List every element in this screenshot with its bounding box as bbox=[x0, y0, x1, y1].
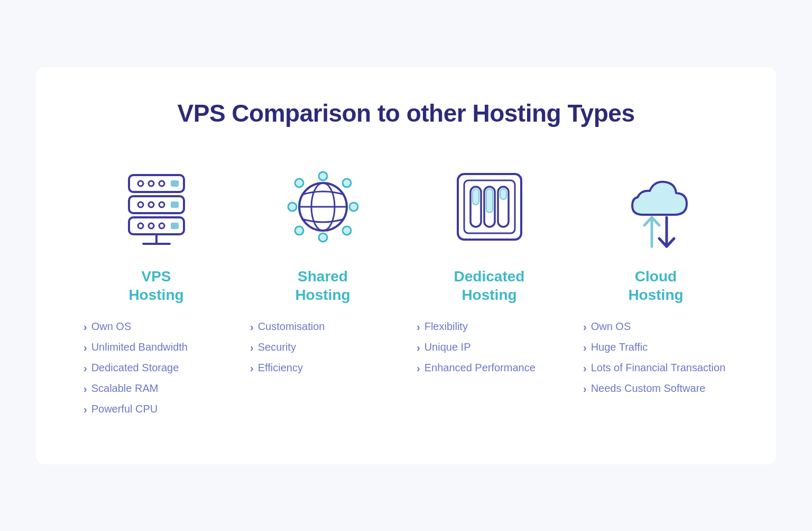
list-item: ›Dedicated Storage bbox=[84, 360, 234, 376]
list-item: ›Efficiency bbox=[250, 360, 401, 376]
svg-point-13 bbox=[138, 223, 143, 228]
list-item: ›Unique IP bbox=[417, 340, 567, 355]
list-item: ›Lots of Financial Transaction bbox=[583, 360, 734, 376]
list-item: ›Customisation bbox=[250, 319, 401, 334]
main-container: VPS Comparison to other Hosting Types bbox=[36, 67, 776, 464]
svg-point-5 bbox=[159, 181, 164, 186]
vps-icon-area bbox=[109, 159, 204, 254]
svg-point-10 bbox=[159, 202, 164, 207]
cloud-title: CloudHosting bbox=[628, 267, 683, 304]
cloud-icon bbox=[614, 164, 698, 249]
list-item: ›Flexibility bbox=[417, 319, 567, 334]
dedicated-icon-area bbox=[442, 159, 537, 254]
svg-point-27 bbox=[295, 226, 303, 235]
svg-point-24 bbox=[295, 179, 303, 187]
svg-rect-6 bbox=[171, 180, 179, 187]
cloud-icon-area bbox=[608, 159, 704, 254]
svg-point-20 bbox=[319, 172, 327, 180]
svg-point-14 bbox=[149, 223, 154, 228]
vps-feature-list: ›Own OS ›Unlimited Bandwidth ›Dedicated … bbox=[78, 319, 234, 422]
list-item: ›Needs Custom Software bbox=[583, 381, 734, 396]
svg-point-22 bbox=[288, 203, 297, 211]
svg-rect-33 bbox=[486, 189, 493, 213]
svg-point-8 bbox=[138, 202, 143, 207]
svg-point-3 bbox=[138, 181, 143, 186]
svg-point-25 bbox=[343, 226, 351, 235]
cloud-feature-list: ›Own OS ›Huge Traffic ›Lots of Financial… bbox=[578, 319, 734, 401]
col-dedicated: DedicatedHosting ›Flexibility ›Unique IP… bbox=[411, 159, 567, 422]
shared-feature-list: ›Customisation ›Security ›Efficiency bbox=[245, 319, 401, 381]
dedicated-server-icon bbox=[447, 164, 532, 249]
page-title: VPS Comparison to other Hosting Types bbox=[78, 99, 734, 127]
list-item: ›Powerful CPU bbox=[84, 401, 234, 417]
svg-point-15 bbox=[159, 223, 164, 228]
list-item: ›Enhanced Performance bbox=[417, 360, 567, 376]
svg-rect-35 bbox=[500, 189, 506, 199]
list-item: ›Huge Traffic bbox=[583, 340, 734, 355]
col-vps: VPSHosting ›Own OS ›Unlimited Bandwidth … bbox=[78, 159, 234, 422]
globe-network-icon bbox=[281, 164, 365, 249]
col-shared: SharedHosting ›Customisation ›Security ›… bbox=[245, 159, 401, 422]
svg-point-26 bbox=[343, 179, 351, 187]
shared-icon-area bbox=[275, 159, 371, 254]
svg-rect-11 bbox=[171, 202, 179, 208]
svg-point-23 bbox=[349, 203, 358, 211]
dedicated-title: DedicatedHosting bbox=[454, 267, 525, 304]
svg-point-4 bbox=[149, 181, 154, 186]
svg-rect-16 bbox=[171, 223, 179, 229]
list-item: ›Own OS bbox=[583, 319, 734, 334]
list-item: ›Own OS bbox=[84, 319, 234, 334]
list-item: ›Security bbox=[250, 340, 401, 355]
server-icon bbox=[114, 164, 199, 249]
svg-point-9 bbox=[149, 202, 154, 207]
dedicated-feature-list: ›Flexibility ›Unique IP ›Enhanced Perfor… bbox=[411, 319, 567, 381]
list-item: ›Scalable RAM bbox=[84, 381, 234, 396]
columns-container: VPSHosting ›Own OS ›Unlimited Bandwidth … bbox=[78, 159, 734, 422]
col-cloud: CloudHosting ›Own OS ›Huge Traffic ›Lots… bbox=[578, 159, 734, 422]
shared-title: SharedHosting bbox=[295, 267, 350, 304]
svg-point-21 bbox=[319, 233, 327, 242]
vps-title: VPSHosting bbox=[128, 267, 183, 304]
svg-rect-31 bbox=[473, 189, 479, 205]
list-item: ›Unlimited Bandwidth bbox=[84, 340, 234, 355]
